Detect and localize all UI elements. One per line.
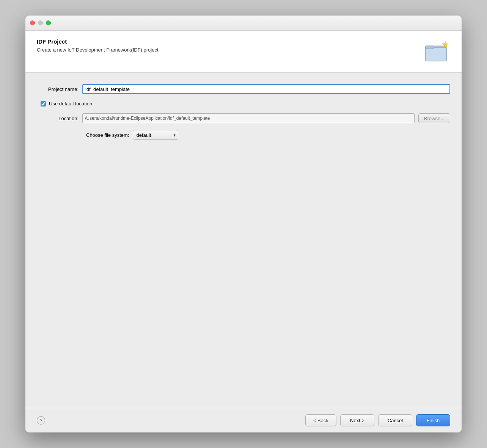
svg-rect-1	[426, 48, 446, 61]
use-default-location-row: Use default location	[41, 101, 450, 107]
traffic-lights	[30, 20, 51, 25]
back-button[interactable]: < Back	[305, 414, 336, 426]
footer-left: ?	[37, 416, 45, 425]
location-label: Location:	[37, 116, 82, 121]
dialog-window: IDF Project Create a new IoT Development…	[25, 16, 462, 432]
cancel-button[interactable]: Cancel	[378, 414, 412, 426]
project-name-input[interactable]	[82, 84, 450, 94]
header-text: IDF Project Create a new IoT Development…	[37, 38, 416, 53]
dialog-content: Project name: Use default location Locat…	[25, 73, 462, 408]
dialog-title: IDF Project	[37, 38, 416, 45]
help-button[interactable]: ?	[37, 416, 45, 425]
next-button[interactable]: Next >	[340, 414, 374, 426]
dialog-footer: ? < Back Next > Cancel Finish	[25, 408, 462, 432]
filesystem-select-wrapper: default	[133, 130, 178, 140]
filesystem-row: Choose file system: default	[86, 130, 450, 140]
filesystem-select[interactable]: default	[133, 130, 178, 140]
minimize-button[interactable]	[38, 20, 43, 25]
project-icon	[424, 38, 450, 65]
maximize-button[interactable]	[46, 20, 51, 25]
titlebar	[25, 16, 462, 31]
footer-right: < Back Next > Cancel Finish	[305, 414, 450, 426]
close-button[interactable]	[30, 20, 35, 25]
finish-button[interactable]: Finish	[416, 414, 450, 426]
use-default-location-label: Use default location	[49, 101, 92, 107]
dialog-header: IDF Project Create a new IoT Development…	[25, 31, 462, 73]
project-name-label: Project name:	[37, 86, 82, 92]
browse-button[interactable]: Browse...	[418, 113, 450, 123]
filesystem-label: Choose file system:	[86, 132, 129, 138]
dialog-subtitle: Create a new IoT Development Framework(I…	[37, 47, 416, 53]
location-input[interactable]	[82, 113, 415, 123]
project-name-row: Project name:	[37, 84, 450, 94]
svg-rect-2	[426, 46, 434, 49]
use-default-location-checkbox[interactable]	[41, 101, 46, 107]
location-row: Location: Browse...	[37, 113, 450, 123]
